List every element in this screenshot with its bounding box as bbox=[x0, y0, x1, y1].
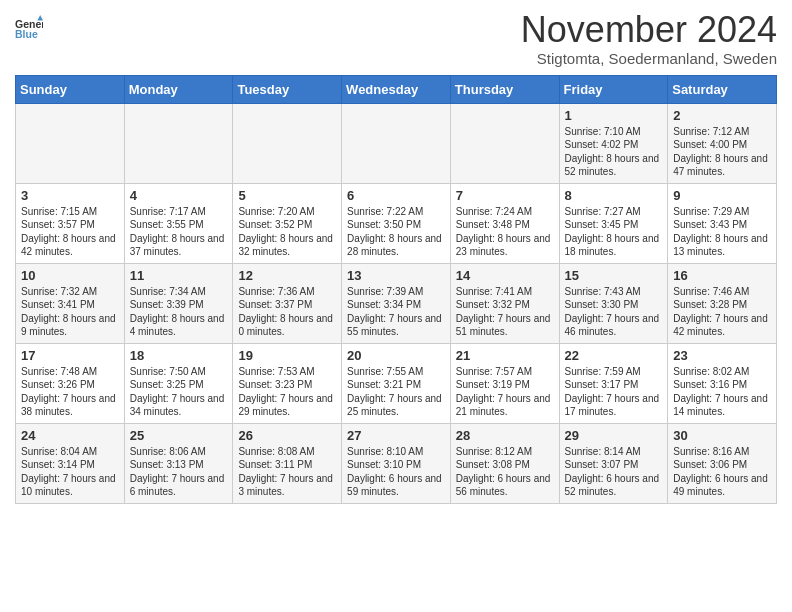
day-info: Sunrise: 8:04 AMSunset: 3:14 PMDaylight:… bbox=[21, 445, 119, 499]
column-header-monday: Monday bbox=[124, 75, 233, 103]
calendar-cell bbox=[124, 103, 233, 183]
day-info: Sunrise: 7:12 AMSunset: 4:00 PMDaylight:… bbox=[673, 125, 771, 179]
calendar-week-0: 1Sunrise: 7:10 AMSunset: 4:02 PMDaylight… bbox=[16, 103, 777, 183]
calendar-cell: 23Sunrise: 8:02 AMSunset: 3:16 PMDayligh… bbox=[668, 343, 777, 423]
day-number: 2 bbox=[673, 108, 771, 123]
calendar-week-1: 3Sunrise: 7:15 AMSunset: 3:57 PMDaylight… bbox=[16, 183, 777, 263]
day-info: Sunrise: 7:20 AMSunset: 3:52 PMDaylight:… bbox=[238, 205, 336, 259]
calendar-week-3: 17Sunrise: 7:48 AMSunset: 3:26 PMDayligh… bbox=[16, 343, 777, 423]
day-info: Sunrise: 7:10 AMSunset: 4:02 PMDaylight:… bbox=[565, 125, 663, 179]
title-block: November 2024 Stigtomta, Soedermanland, … bbox=[521, 10, 777, 67]
calendar-cell: 22Sunrise: 7:59 AMSunset: 3:17 PMDayligh… bbox=[559, 343, 668, 423]
calendar-table: SundayMondayTuesdayWednesdayThursdayFrid… bbox=[15, 75, 777, 504]
calendar-cell bbox=[16, 103, 125, 183]
day-number: 18 bbox=[130, 348, 228, 363]
day-info: Sunrise: 7:36 AMSunset: 3:37 PMDaylight:… bbox=[238, 285, 336, 339]
day-number: 14 bbox=[456, 268, 554, 283]
calendar-cell: 2Sunrise: 7:12 AMSunset: 4:00 PMDaylight… bbox=[668, 103, 777, 183]
day-info: Sunrise: 7:24 AMSunset: 3:48 PMDaylight:… bbox=[456, 205, 554, 259]
calendar-cell: 3Sunrise: 7:15 AMSunset: 3:57 PMDaylight… bbox=[16, 183, 125, 263]
day-info: Sunrise: 7:22 AMSunset: 3:50 PMDaylight:… bbox=[347, 205, 445, 259]
day-number: 20 bbox=[347, 348, 445, 363]
calendar-cell: 6Sunrise: 7:22 AMSunset: 3:50 PMDaylight… bbox=[342, 183, 451, 263]
day-number: 1 bbox=[565, 108, 663, 123]
day-info: Sunrise: 7:57 AMSunset: 3:19 PMDaylight:… bbox=[456, 365, 554, 419]
day-info: Sunrise: 7:32 AMSunset: 3:41 PMDaylight:… bbox=[21, 285, 119, 339]
day-info: Sunrise: 8:10 AMSunset: 3:10 PMDaylight:… bbox=[347, 445, 445, 499]
day-info: Sunrise: 7:15 AMSunset: 3:57 PMDaylight:… bbox=[21, 205, 119, 259]
calendar-cell: 30Sunrise: 8:16 AMSunset: 3:06 PMDayligh… bbox=[668, 423, 777, 503]
day-info: Sunrise: 7:29 AMSunset: 3:43 PMDaylight:… bbox=[673, 205, 771, 259]
calendar-week-4: 24Sunrise: 8:04 AMSunset: 3:14 PMDayligh… bbox=[16, 423, 777, 503]
day-number: 25 bbox=[130, 428, 228, 443]
column-header-sunday: Sunday bbox=[16, 75, 125, 103]
calendar-cell: 4Sunrise: 7:17 AMSunset: 3:55 PMDaylight… bbox=[124, 183, 233, 263]
day-number: 7 bbox=[456, 188, 554, 203]
calendar-cell: 8Sunrise: 7:27 AMSunset: 3:45 PMDaylight… bbox=[559, 183, 668, 263]
calendar-cell bbox=[342, 103, 451, 183]
calendar-cell: 9Sunrise: 7:29 AMSunset: 3:43 PMDaylight… bbox=[668, 183, 777, 263]
day-info: Sunrise: 7:41 AMSunset: 3:32 PMDaylight:… bbox=[456, 285, 554, 339]
day-info: Sunrise: 7:39 AMSunset: 3:34 PMDaylight:… bbox=[347, 285, 445, 339]
day-number: 9 bbox=[673, 188, 771, 203]
calendar-cell: 7Sunrise: 7:24 AMSunset: 3:48 PMDaylight… bbox=[450, 183, 559, 263]
day-number: 24 bbox=[21, 428, 119, 443]
day-info: Sunrise: 7:59 AMSunset: 3:17 PMDaylight:… bbox=[565, 365, 663, 419]
day-number: 11 bbox=[130, 268, 228, 283]
day-number: 15 bbox=[565, 268, 663, 283]
calendar-cell: 17Sunrise: 7:48 AMSunset: 3:26 PMDayligh… bbox=[16, 343, 125, 423]
calendar-header: SundayMondayTuesdayWednesdayThursdayFrid… bbox=[16, 75, 777, 103]
calendar-cell: 20Sunrise: 7:55 AMSunset: 3:21 PMDayligh… bbox=[342, 343, 451, 423]
header-row: SundayMondayTuesdayWednesdayThursdayFrid… bbox=[16, 75, 777, 103]
day-number: 26 bbox=[238, 428, 336, 443]
calendar-cell: 26Sunrise: 8:08 AMSunset: 3:11 PMDayligh… bbox=[233, 423, 342, 503]
svg-text:Blue: Blue bbox=[15, 28, 38, 40]
calendar-cell: 13Sunrise: 7:39 AMSunset: 3:34 PMDayligh… bbox=[342, 263, 451, 343]
day-info: Sunrise: 8:14 AMSunset: 3:07 PMDaylight:… bbox=[565, 445, 663, 499]
calendar-cell: 16Sunrise: 7:46 AMSunset: 3:28 PMDayligh… bbox=[668, 263, 777, 343]
calendar-cell: 28Sunrise: 8:12 AMSunset: 3:08 PMDayligh… bbox=[450, 423, 559, 503]
day-number: 30 bbox=[673, 428, 771, 443]
day-number: 6 bbox=[347, 188, 445, 203]
day-info: Sunrise: 8:06 AMSunset: 3:13 PMDaylight:… bbox=[130, 445, 228, 499]
day-info: Sunrise: 7:55 AMSunset: 3:21 PMDaylight:… bbox=[347, 365, 445, 419]
day-number: 8 bbox=[565, 188, 663, 203]
calendar-cell: 15Sunrise: 7:43 AMSunset: 3:30 PMDayligh… bbox=[559, 263, 668, 343]
column-header-saturday: Saturday bbox=[668, 75, 777, 103]
column-header-tuesday: Tuesday bbox=[233, 75, 342, 103]
day-info: Sunrise: 7:48 AMSunset: 3:26 PMDaylight:… bbox=[21, 365, 119, 419]
column-header-wednesday: Wednesday bbox=[342, 75, 451, 103]
calendar-cell: 24Sunrise: 8:04 AMSunset: 3:14 PMDayligh… bbox=[16, 423, 125, 503]
day-number: 19 bbox=[238, 348, 336, 363]
day-number: 16 bbox=[673, 268, 771, 283]
day-info: Sunrise: 7:53 AMSunset: 3:23 PMDaylight:… bbox=[238, 365, 336, 419]
day-number: 17 bbox=[21, 348, 119, 363]
day-info: Sunrise: 8:16 AMSunset: 3:06 PMDaylight:… bbox=[673, 445, 771, 499]
day-info: Sunrise: 8:02 AMSunset: 3:16 PMDaylight:… bbox=[673, 365, 771, 419]
day-number: 29 bbox=[565, 428, 663, 443]
calendar-cell: 14Sunrise: 7:41 AMSunset: 3:32 PMDayligh… bbox=[450, 263, 559, 343]
calendar-cell: 12Sunrise: 7:36 AMSunset: 3:37 PMDayligh… bbox=[233, 263, 342, 343]
calendar-cell bbox=[450, 103, 559, 183]
day-number: 27 bbox=[347, 428, 445, 443]
day-number: 21 bbox=[456, 348, 554, 363]
calendar-cell: 10Sunrise: 7:32 AMSunset: 3:41 PMDayligh… bbox=[16, 263, 125, 343]
day-info: Sunrise: 7:50 AMSunset: 3:25 PMDaylight:… bbox=[130, 365, 228, 419]
day-number: 10 bbox=[21, 268, 119, 283]
calendar-week-2: 10Sunrise: 7:32 AMSunset: 3:41 PMDayligh… bbox=[16, 263, 777, 343]
day-info: Sunrise: 7:34 AMSunset: 3:39 PMDaylight:… bbox=[130, 285, 228, 339]
calendar-cell bbox=[233, 103, 342, 183]
calendar-cell: 18Sunrise: 7:50 AMSunset: 3:25 PMDayligh… bbox=[124, 343, 233, 423]
day-number: 4 bbox=[130, 188, 228, 203]
logo-icon: General Blue bbox=[15, 15, 43, 43]
calendar-cell: 25Sunrise: 8:06 AMSunset: 3:13 PMDayligh… bbox=[124, 423, 233, 503]
day-info: Sunrise: 7:17 AMSunset: 3:55 PMDaylight:… bbox=[130, 205, 228, 259]
calendar-cell: 1Sunrise: 7:10 AMSunset: 4:02 PMDaylight… bbox=[559, 103, 668, 183]
calendar-cell: 5Sunrise: 7:20 AMSunset: 3:52 PMDaylight… bbox=[233, 183, 342, 263]
day-info: Sunrise: 8:08 AMSunset: 3:11 PMDaylight:… bbox=[238, 445, 336, 499]
day-number: 28 bbox=[456, 428, 554, 443]
calendar-cell: 27Sunrise: 8:10 AMSunset: 3:10 PMDayligh… bbox=[342, 423, 451, 503]
day-info: Sunrise: 7:43 AMSunset: 3:30 PMDaylight:… bbox=[565, 285, 663, 339]
month-title: November 2024 bbox=[521, 10, 777, 50]
calendar-cell: 11Sunrise: 7:34 AMSunset: 3:39 PMDayligh… bbox=[124, 263, 233, 343]
